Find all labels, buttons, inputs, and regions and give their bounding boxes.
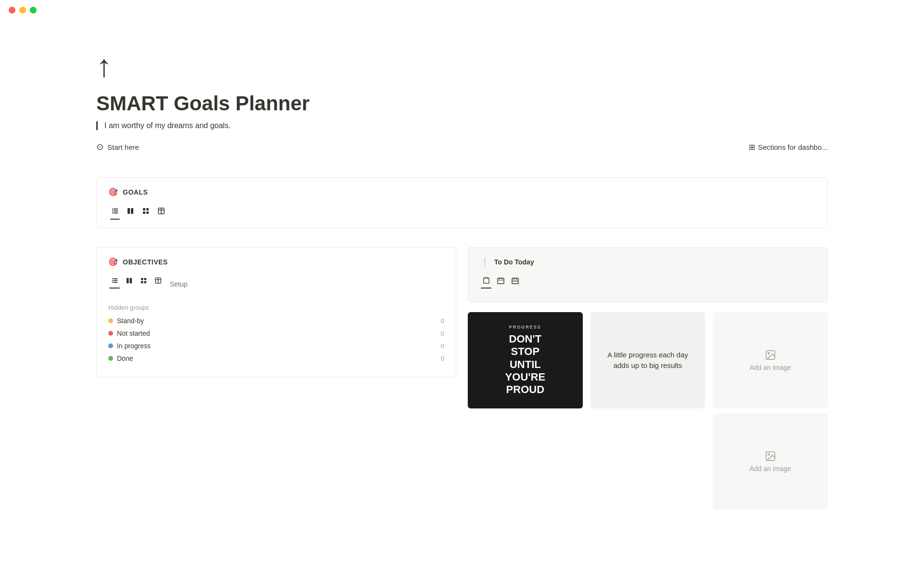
svg-rect-11	[146, 211, 149, 214]
sections-label: Sections for dashbo...	[758, 143, 828, 151]
goals-block-header: 🎯 GOALS	[108, 187, 816, 197]
svg-rect-10	[143, 211, 145, 214]
group-inprogress: In progress 0	[108, 342, 444, 350]
group-done: Done 0	[108, 355, 444, 362]
images-row: PROGRESS DON'TSTOPUNTILYOU'REPROUD A lit…	[468, 312, 828, 510]
todo-header: ❕ To Do Today	[480, 257, 816, 266]
little-progress-card: A little progress each day adds up to bi…	[590, 312, 706, 408]
svg-rect-9	[146, 208, 149, 210]
todo-view-month[interactable]	[509, 274, 521, 287]
group-standby: Stand-by 0	[108, 317, 444, 325]
todo-view-tabs	[480, 274, 816, 287]
svg-rect-37	[512, 278, 518, 284]
little-progress-text: A little progress each day adds up to bi…	[590, 340, 706, 381]
goals-view-gallery[interactable]	[139, 204, 153, 218]
goals-view-table[interactable]	[154, 204, 168, 218]
objectives-block-title: OBJECTIVES	[123, 258, 168, 266]
add-image-1-label: Add an image	[749, 364, 791, 371]
notstarted-dot	[108, 331, 113, 336]
add-image-2[interactable]: Add an image	[713, 413, 828, 510]
svg-rect-24	[144, 278, 146, 280]
hidden-groups-label: Hidden groups	[108, 304, 444, 311]
svg-rect-0	[112, 209, 113, 210]
svg-rect-15	[112, 278, 113, 279]
svg-rect-22	[129, 278, 132, 283]
svg-rect-26	[144, 281, 146, 283]
todo-view-day[interactable]	[480, 274, 492, 287]
objectives-view-gallery[interactable]	[137, 274, 150, 287]
start-here-button[interactable]: ⊙ Start here	[96, 142, 139, 152]
start-here-icon: ⊙	[96, 142, 103, 152]
inprogress-name: In progress	[117, 342, 437, 350]
dont-stop-card: PROGRESS DON'TSTOPUNTILYOU'REPROUD	[468, 312, 583, 408]
svg-rect-5	[114, 212, 118, 213]
page-quote: I am worthy of my dreams and goals.	[96, 121, 828, 130]
action-bar: ⊙ Start here ⊞ Sections for dashbo...	[96, 142, 828, 152]
objectives-view-tabs	[108, 274, 164, 287]
standby-name: Stand-by	[117, 317, 437, 325]
objectives-target-icon: 🎯	[108, 257, 118, 266]
objectives-view-board[interactable]	[123, 274, 135, 287]
inprogress-count: 0	[441, 342, 444, 350]
sections-button[interactable]: ⊞ Sections for dashbo...	[749, 143, 828, 152]
svg-point-45	[768, 454, 770, 455]
svg-rect-30	[483, 278, 488, 283]
goals-view-tabs	[108, 204, 816, 218]
svg-rect-6	[128, 208, 130, 214]
svg-rect-20	[113, 282, 117, 283]
svg-rect-4	[112, 212, 113, 213]
done-count: 0	[441, 355, 444, 362]
todo-title: To Do Today	[494, 258, 534, 266]
svg-point-43	[768, 353, 770, 354]
svg-rect-25	[141, 281, 143, 283]
bottom-left: 🎯 OBJECTIVES	[96, 247, 456, 510]
goals-target-icon: 🎯	[108, 187, 118, 197]
objectives-block: 🎯 OBJECTIVES	[96, 247, 456, 377]
add-image-2-label: Add an image	[749, 465, 791, 473]
svg-rect-16	[113, 278, 117, 279]
minimize-button[interactable]	[19, 7, 26, 13]
goals-view-list[interactable]	[108, 204, 122, 218]
svg-rect-8	[143, 208, 145, 210]
notstarted-name: Not started	[117, 329, 437, 337]
done-name: Done	[117, 355, 437, 362]
objectives-block-header: 🎯 OBJECTIVES	[108, 257, 444, 266]
add-image-column: Add an image Add an image	[713, 312, 828, 510]
svg-rect-1	[114, 209, 118, 210]
done-dot	[108, 356, 113, 361]
goals-block: 🎯 GOALS	[96, 177, 828, 228]
inprogress-dot	[108, 343, 113, 348]
group-notstarted: Not started 0	[108, 329, 444, 337]
svg-rect-18	[113, 280, 117, 281]
add-image-1[interactable]: Add an image	[713, 312, 828, 408]
objectives-view-table[interactable]	[152, 274, 164, 287]
objectives-view-list[interactable]	[108, 274, 121, 287]
bottom-right: ❕ To Do Today PROGRESS DO	[468, 247, 828, 510]
goals-view-board[interactable]	[124, 204, 137, 218]
svg-rect-19	[112, 282, 113, 283]
dont-stop-text: PROGRESS DON'TSTOPUNTILYOU'REPROUD	[496, 315, 555, 406]
titlebar	[0, 0, 924, 20]
close-button[interactable]	[9, 7, 15, 13]
standby-count: 0	[441, 317, 444, 325]
objectives-setup-link[interactable]: Setup	[170, 280, 188, 288]
svg-rect-23	[141, 278, 143, 280]
sections-icon: ⊞	[749, 143, 755, 152]
svg-rect-2	[112, 210, 113, 211]
todo-block: ❕ To Do Today	[468, 247, 828, 302]
svg-rect-21	[126, 278, 128, 283]
todo-view-week[interactable]	[494, 274, 507, 287]
svg-rect-17	[112, 280, 113, 281]
todo-icon: ❕	[480, 257, 489, 266]
svg-rect-33	[497, 278, 503, 284]
notstarted-count: 0	[441, 330, 444, 337]
bottom-section: 🎯 OBJECTIVES	[0, 247, 924, 510]
start-here-label: Start here	[107, 143, 139, 151]
svg-rect-7	[131, 208, 133, 214]
page-header: ↑ SMART Goals Planner I am worthy of my …	[96, 29, 828, 177]
page-title: SMART Goals Planner	[96, 92, 828, 116]
standby-dot	[108, 318, 113, 323]
maximize-button[interactable]	[30, 7, 37, 13]
svg-rect-3	[114, 210, 118, 211]
page-icon: ↑	[96, 48, 828, 84]
